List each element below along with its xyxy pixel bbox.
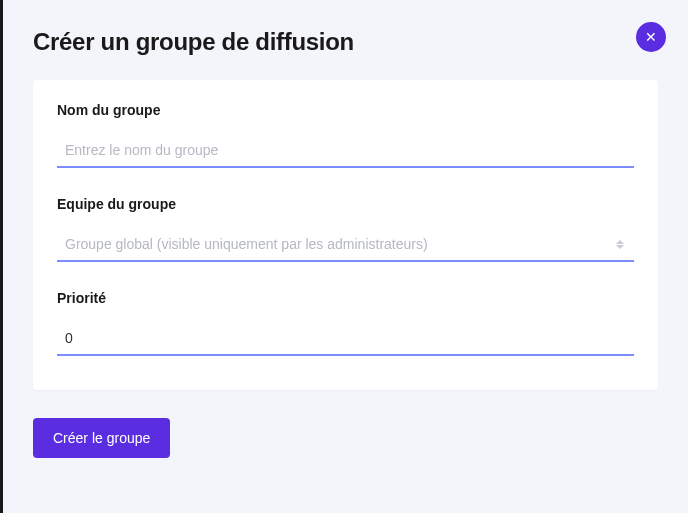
dialog-title: Créer un groupe de diffusion: [33, 28, 658, 56]
group-team-label: Equipe du groupe: [57, 196, 634, 212]
group-team-selected-text: Groupe global (visible uniquement par le…: [65, 236, 428, 252]
dialog-container: Créer un groupe de diffusion Nom du grou…: [3, 0, 688, 478]
priority-label: Priorité: [57, 290, 634, 306]
form-card: Nom du groupe Equipe du groupe Groupe gl…: [33, 80, 658, 390]
create-group-button[interactable]: Créer le groupe: [33, 418, 170, 458]
close-button[interactable]: ✕: [636, 22, 666, 52]
priority-input[interactable]: [57, 324, 634, 354]
group-name-input[interactable]: [57, 136, 634, 166]
unfold-icon: [616, 240, 624, 249]
close-icon: ✕: [645, 30, 657, 44]
field-group-name: Nom du groupe: [57, 102, 634, 168]
group-name-input-wrap: [57, 136, 634, 168]
group-team-select-wrap: Groupe global (visible uniquement par le…: [57, 230, 634, 262]
field-priority: Priorité: [57, 290, 634, 356]
group-name-label: Nom du groupe: [57, 102, 634, 118]
group-team-select[interactable]: Groupe global (visible uniquement par le…: [57, 230, 634, 260]
priority-input-wrap: [57, 324, 634, 356]
field-group-team: Equipe du groupe Groupe global (visible …: [57, 196, 634, 262]
